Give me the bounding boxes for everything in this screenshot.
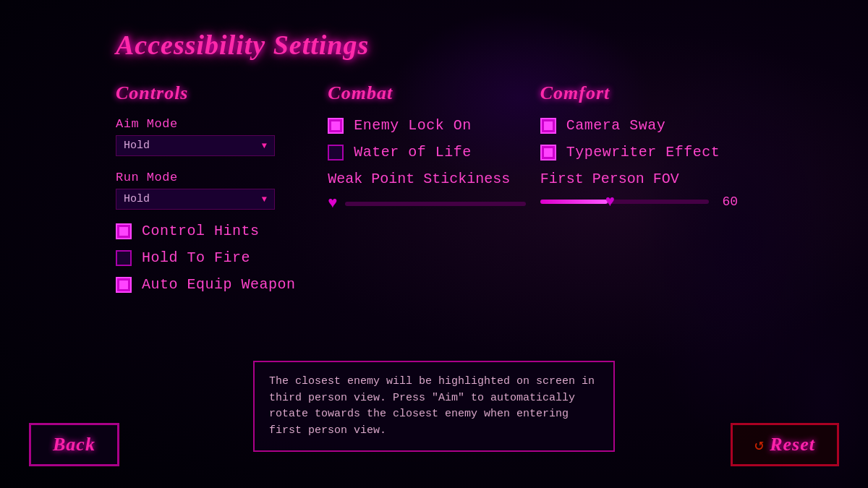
auto-equip-checkbox[interactable] bbox=[116, 277, 132, 293]
page-title: Accessibility Settings bbox=[116, 29, 752, 61]
back-button[interactable]: Back bbox=[29, 423, 119, 466]
typewriter-effect-row: Typewriter Effect bbox=[540, 144, 738, 160]
comfort-header: Comfort bbox=[540, 82, 738, 104]
weak-point-section: Weak Point Stickiness ♥ bbox=[328, 171, 525, 213]
fov-label: First Person FOV bbox=[540, 171, 738, 187]
aim-mode-value: Hold bbox=[124, 140, 256, 152]
reset-button-label: Reset bbox=[770, 434, 815, 455]
water-of-life-label: Water of Life bbox=[354, 144, 472, 160]
water-of-life-row: Water of Life bbox=[328, 144, 525, 160]
fov-slider-container: 60 bbox=[540, 194, 738, 209]
weak-point-label: Weak Point Stickiness bbox=[328, 171, 525, 187]
aim-mode-arrow-icon: ▼ bbox=[262, 141, 267, 151]
control-hints-checkbox[interactable] bbox=[116, 223, 132, 239]
typewriter-effect-checkbox[interactable] bbox=[540, 145, 556, 160]
water-of-life-checkbox[interactable] bbox=[328, 145, 344, 160]
settings-columns: Controls Aim Mode Hold ▼ Run Mode Hold ▼… bbox=[116, 82, 752, 303]
weak-point-slider-container: ♥ bbox=[328, 194, 525, 213]
enemy-lock-on-label: Enemy Lock On bbox=[354, 117, 472, 134]
hold-to-fire-label: Hold To Fire bbox=[142, 249, 250, 266]
fov-section: First Person FOV 60 bbox=[540, 171, 738, 209]
tooltip-text: The closest enemy will be highlighted on… bbox=[269, 375, 595, 437]
auto-equip-label: Auto Equip Weapon bbox=[142, 276, 296, 293]
fov-slider-fill bbox=[540, 200, 608, 204]
run-mode-section: Run Mode Hold ▼ bbox=[116, 171, 313, 223]
combat-header: Combat bbox=[328, 82, 525, 104]
run-mode-arrow-icon: ▼ bbox=[262, 194, 267, 205]
aim-mode-label: Aim Mode bbox=[116, 117, 313, 131]
aim-mode-dropdown[interactable]: Hold ▼ bbox=[116, 135, 275, 156]
combat-column: Combat Enemy Lock On Water of Life Weak … bbox=[328, 82, 540, 303]
run-mode-value: Hold bbox=[124, 193, 256, 205]
fov-slider-track[interactable] bbox=[540, 200, 709, 204]
back-button-label: Back bbox=[53, 434, 95, 455]
control-hints-row: Control Hints bbox=[116, 223, 313, 239]
typewriter-effect-label: Typewriter Effect bbox=[566, 144, 720, 160]
camera-sway-checkbox[interactable] bbox=[540, 118, 556, 134]
run-mode-label: Run Mode bbox=[116, 171, 313, 184]
hold-to-fire-checkbox[interactable] bbox=[116, 250, 132, 266]
hold-to-fire-row: Hold To Fire bbox=[116, 249, 313, 266]
run-mode-dropdown[interactable]: Hold ▼ bbox=[116, 189, 275, 210]
fov-value: 60 bbox=[716, 194, 738, 209]
enemy-lock-on-checkbox[interactable] bbox=[328, 118, 344, 134]
weak-point-heart-icon: ♥ bbox=[328, 194, 337, 213]
camera-sway-row: Camera Sway bbox=[540, 117, 738, 134]
reset-button[interactable]: ↺ Reset bbox=[731, 423, 839, 466]
enemy-lock-on-row: Enemy Lock On bbox=[328, 117, 525, 134]
controls-column: Controls Aim Mode Hold ▼ Run Mode Hold ▼… bbox=[116, 82, 328, 303]
camera-sway-label: Camera Sway bbox=[566, 117, 666, 134]
control-hints-label: Control Hints bbox=[142, 223, 260, 239]
comfort-column: Comfort Camera Sway Typewriter Effect Fi… bbox=[540, 82, 752, 303]
weak-point-slider-track[interactable] bbox=[345, 202, 526, 206]
controls-header: Controls bbox=[116, 82, 313, 104]
tooltip-box: The closest enemy will be highlighted on… bbox=[253, 361, 615, 452]
auto-equip-row: Auto Equip Weapon bbox=[116, 276, 313, 293]
reset-icon: ↺ bbox=[754, 435, 764, 455]
